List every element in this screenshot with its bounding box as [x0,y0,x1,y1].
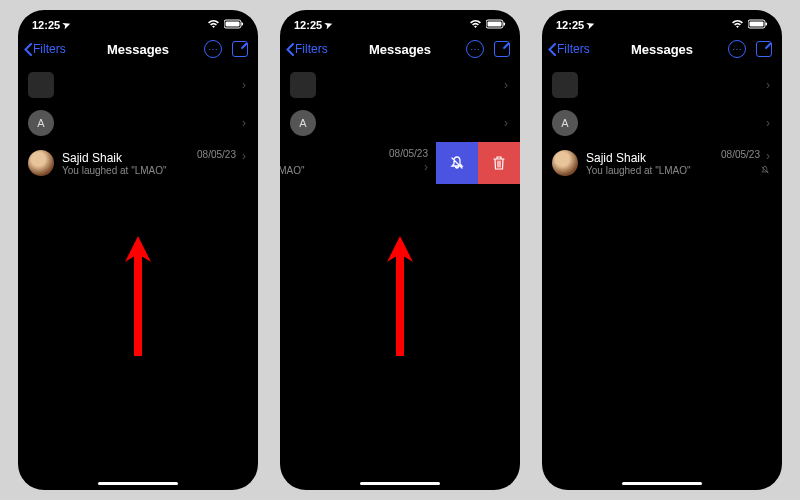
page-title: Messages [631,42,693,57]
svg-rect-8 [766,23,768,26]
svg-rect-5 [504,23,506,26]
nav-bar: Filters Messages ⋯ [18,36,258,66]
status-bar: 12:25 ➤ [280,10,520,36]
conversation-row-a[interactable]: A › [280,104,520,142]
chevron-right-icon: › [242,78,246,92]
phone-panel-1: 12:25 ➤ Filters Messages ⋯ › A [18,10,258,490]
apple-icon [552,72,578,98]
status-time: 12:25 [32,19,60,31]
conversation-row-sajid[interactable]: Sajid Shaik You laughed at "LMAO" 08/05/… [542,142,782,184]
message-date: 08/05/23 [389,148,428,159]
chevron-right-icon: › [766,149,770,163]
muted-indicator-icon [760,165,770,177]
back-label: Filters [557,42,590,56]
nav-bar: Filters Messages ⋯ [542,36,782,66]
chevron-right-icon: › [766,78,770,92]
status-time: 12:25 [294,19,322,31]
battery-icon [486,19,506,31]
more-icon[interactable]: ⋯ [728,40,746,58]
avatar-letter: A [552,110,578,136]
message-date: 08/05/23 [197,149,236,160]
battery-icon [748,19,768,31]
mute-action-button[interactable] [436,142,478,184]
apple-icon [28,72,54,98]
chevron-right-icon: › [242,116,246,130]
conversation-list: › A › aik ed at "LMAO" 08/05/23 › [280,66,520,490]
annotation-arrow [385,236,415,356]
conversation-row-sajid[interactable]: Sajid Shaik You laughed at "LMAO" 08/05/… [18,142,258,184]
conversation-list: › A › Sajid Shaik You laughed at "LMAO" … [542,66,782,490]
conversation-row-sajid-swiped[interactable]: aik ed at "LMAO" 08/05/23 › [280,142,520,184]
conversation-row-a[interactable]: A › [542,104,782,142]
avatar [28,150,54,176]
delete-action-button[interactable] [478,142,520,184]
conversation-row-apple[interactable]: › [280,66,520,104]
chevron-right-icon: › [766,116,770,130]
conversation-row-apple[interactable]: › [542,66,782,104]
nav-bar: Filters Messages ⋯ [280,36,520,66]
trash-icon [492,155,506,171]
wifi-icon [469,19,482,31]
compose-icon[interactable] [756,41,772,57]
wifi-icon [207,19,220,31]
page-title: Messages [369,42,431,57]
status-bar: 12:25 ➤ [18,10,258,36]
home-indicator[interactable] [98,482,178,485]
back-button[interactable]: Filters [548,42,590,56]
home-indicator[interactable] [622,482,702,485]
chevron-right-icon: › [424,160,428,174]
more-icon[interactable]: ⋯ [466,40,484,58]
chevron-right-icon: › [504,116,508,130]
compose-icon[interactable] [232,41,248,57]
avatar-letter: A [290,110,316,136]
wifi-icon [731,19,744,31]
apple-icon [290,72,316,98]
status-time: 12:25 [556,19,584,31]
annotation-arrow [123,236,153,356]
svg-rect-4 [488,22,502,27]
conversation-row-apple[interactable]: › [18,66,258,104]
phone-panel-2: 12:25 ➤ Filters Messages ⋯ › A [280,10,520,490]
message-preview: You laughed at "LMAO" [586,165,772,176]
back-button[interactable]: Filters [286,42,328,56]
page-title: Messages [107,42,169,57]
location-icon: ➤ [324,19,335,31]
back-label: Filters [33,42,66,56]
conversation-list: › A › Sajid Shaik You laughed at "LMAO" … [18,66,258,490]
status-bar: 12:25 ➤ [542,10,782,36]
phone-panel-3: 12:25 ➤ Filters Messages ⋯ › A [542,10,782,490]
conversation-row-a[interactable]: A › [18,104,258,142]
avatar-letter: A [28,110,54,136]
battery-icon [224,19,244,31]
location-icon: ➤ [62,19,73,31]
svg-rect-1 [226,22,240,27]
back-button[interactable]: Filters [24,42,66,56]
message-preview: You laughed at "LMAO" [62,165,248,176]
back-label: Filters [295,42,328,56]
more-icon[interactable]: ⋯ [204,40,222,58]
chevron-right-icon: › [242,149,246,163]
home-indicator[interactable] [360,482,440,485]
compose-icon[interactable] [494,41,510,57]
avatar [552,150,578,176]
message-preview: ed at "LMAO" [280,165,430,176]
message-date: 08/05/23 [721,149,760,160]
svg-rect-2 [242,23,244,26]
bell-slash-icon [449,155,465,171]
location-icon: ➤ [586,19,597,31]
chevron-right-icon: › [504,78,508,92]
svg-rect-7 [750,22,764,27]
